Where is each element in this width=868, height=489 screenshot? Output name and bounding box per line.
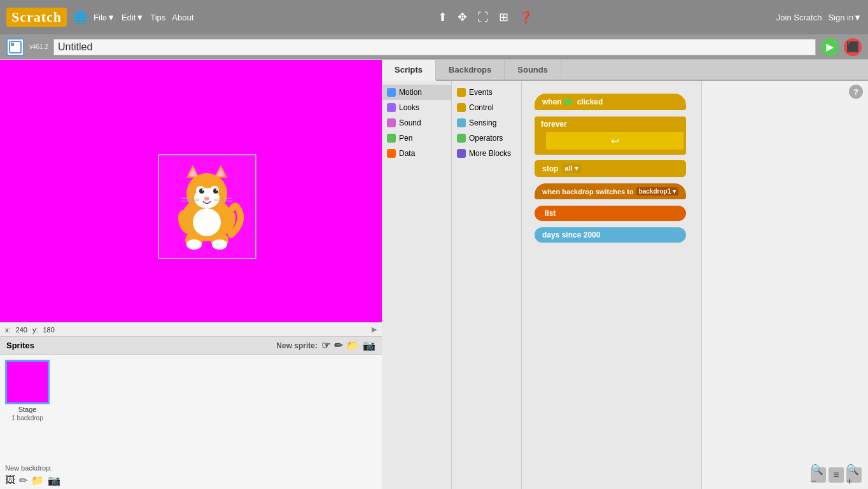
- category-data[interactable]: Data: [382, 146, 451, 161]
- forever-label: forever: [541, 120, 567, 129]
- project-title-input[interactable]: [53, 39, 816, 55]
- pen-dot: [387, 134, 396, 143]
- operators-label: Operators: [469, 134, 503, 143]
- blocks-content: Motion Looks Sound Pen: [382, 81, 868, 489]
- backdrop-paint-icon[interactable]: 🖼: [5, 474, 15, 486]
- category-events[interactable]: Events: [452, 85, 521, 100]
- zoom-fit-button[interactable]: ≡: [829, 467, 844, 483]
- globe-icon[interactable]: 🌐: [73, 10, 87, 24]
- y-label: y:: [32, 326, 38, 334]
- data-label: Data: [399, 149, 415, 158]
- new-backdrop-area: New backdrop: 🖼 ✏ 📁 📷: [0, 462, 382, 489]
- svg-point-25: [186, 239, 202, 250]
- days-since-text: days since 2000: [542, 230, 600, 239]
- sound-dot: [387, 118, 396, 127]
- forever-arrow-icon: ↩: [611, 135, 619, 147]
- sprites-panel: Sprites New sprite: ☞ ✏ 📁 📷 Stage 1 back…: [0, 336, 382, 489]
- join-scratch-button[interactable]: Join Scratch: [776, 13, 822, 22]
- svg-point-15: [204, 197, 209, 201]
- data-dot: [387, 149, 396, 158]
- project-icon[interactable]: [6, 38, 24, 56]
- category-more-blocks[interactable]: More Blocks: [452, 146, 521, 161]
- about-button[interactable]: About: [172, 13, 193, 22]
- tips-button[interactable]: Tips: [150, 13, 165, 22]
- code-area[interactable]: ? 🔍− ≡ 🔍+: [701, 81, 869, 489]
- stop-text: stop: [542, 164, 558, 173]
- green-flag-icon: [565, 97, 574, 106]
- forever-block[interactable]: forever ↩: [535, 117, 686, 155]
- category-looks[interactable]: Looks: [382, 100, 451, 115]
- help-button[interactable]: ?: [849, 85, 863, 99]
- tab-sounds[interactable]: Sounds: [505, 60, 561, 80]
- motion-dot: [387, 88, 396, 97]
- new-backdrop-label: New backdrop:: [5, 464, 377, 472]
- list-text: list: [545, 209, 556, 218]
- embed-icon[interactable]: ⊞: [499, 10, 508, 24]
- file-menu[interactable]: File▼: [94, 13, 115, 22]
- backdrop-file-icon[interactable]: 📁: [31, 474, 44, 486]
- tab-backdrops[interactable]: Backdrops: [436, 60, 505, 80]
- zoom-out-button[interactable]: 🔍−: [811, 467, 826, 483]
- x-value: 240: [16, 326, 27, 334]
- looks-dot: [387, 103, 396, 112]
- scroll-arrow[interactable]: ▶: [372, 325, 377, 334]
- stage-thumbnail[interactable]: [5, 360, 50, 404]
- category-pen[interactable]: Pen: [382, 131, 451, 146]
- category-control[interactable]: Control: [452, 100, 521, 115]
- new-sprite-camera-icon[interactable]: 📷: [363, 339, 375, 351]
- new-sprite-file-icon[interactable]: 📁: [346, 339, 359, 351]
- zoom-in-button[interactable]: 🔍+: [846, 467, 862, 483]
- sign-in-button[interactable]: Sign in▼: [828, 13, 862, 22]
- list-block[interactable]: list: [535, 206, 686, 221]
- upload-icon[interactable]: ⬆: [438, 10, 447, 24]
- more-blocks-dot: [457, 149, 466, 158]
- sprites-label: Sprites: [6, 341, 34, 350]
- operators-dot: [457, 134, 466, 143]
- backdrop-pencil-icon[interactable]: ✏: [19, 474, 27, 486]
- categories-panel: Motion Looks Sound Pen: [382, 81, 452, 489]
- stop-dropdown[interactable]: all ▾: [562, 164, 580, 173]
- svg-point-13: [202, 189, 204, 191]
- clicked-text: clicked: [577, 97, 603, 106]
- motion-label: Motion: [399, 88, 422, 97]
- forever-top: forever: [535, 117, 686, 132]
- pen-label: Pen: [399, 134, 412, 143]
- when-text: when: [542, 97, 562, 106]
- days-since-block[interactable]: days since 2000: [535, 227, 686, 243]
- new-sprite-label: New sprite:: [276, 341, 318, 350]
- blocks-palette: Events Control Sensing Operators More Bl…: [452, 81, 522, 489]
- looks-label: Looks: [399, 103, 419, 112]
- red-stop-button[interactable]: ⬛: [844, 38, 862, 56]
- help-icon[interactable]: ❓: [519, 10, 533, 24]
- title-bar: v461.2 ▶ ⬛: [0, 34, 868, 60]
- zoom-controls: 🔍− ≡ 🔍+: [811, 467, 862, 483]
- new-sprite-cursor-icon[interactable]: ☞: [321, 339, 330, 351]
- new-sprite-paint-icon[interactable]: ✏: [334, 339, 342, 351]
- when-flag-clicked-block[interactable]: when clicked: [535, 94, 686, 110]
- when-backdrop-block[interactable]: when backdrop switches to backdrop1 ▾: [535, 183, 686, 199]
- workspace-blocks[interactable]: when clicked forever ↩: [522, 81, 701, 489]
- stage-sublabel: 1 backdrop: [11, 415, 43, 422]
- sprites-list: Stage 1 backdrop: [0, 355, 382, 462]
- stage-thumbnail-wrapper[interactable]: Stage 1 backdrop: [5, 360, 50, 457]
- sensing-label: Sensing: [469, 118, 496, 127]
- category-sensing[interactable]: Sensing: [452, 115, 521, 131]
- backdrop-camera-icon[interactable]: 📷: [48, 474, 60, 486]
- move-icon[interactable]: ✥: [458, 10, 467, 24]
- tab-scripts[interactable]: Scripts: [382, 60, 436, 81]
- blocks-stack: when clicked forever ↩: [535, 94, 686, 244]
- backdrop-dropdown[interactable]: backdrop1 ▾: [636, 187, 678, 195]
- cat-sprite[interactable]: [162, 159, 251, 254]
- stop-block[interactable]: stop all ▾: [535, 160, 686, 177]
- stage[interactable]: [0, 60, 382, 322]
- green-flag-button[interactable]: ▶: [821, 38, 839, 56]
- category-operators[interactable]: Operators: [452, 131, 521, 146]
- topbar: Scratch 🌐 File▼ Edit▼ Tips About ⬆ ✥ ⛶ ⊞…: [0, 0, 868, 34]
- fullscreen-icon[interactable]: ⛶: [477, 11, 489, 24]
- sensing-dot: [457, 118, 466, 127]
- category-sound[interactable]: Sound: [382, 115, 451, 131]
- edit-menu[interactable]: Edit▼: [122, 13, 144, 22]
- category-motion[interactable]: Motion: [382, 85, 451, 100]
- more-blocks-label: More Blocks: [469, 149, 511, 158]
- logo: Scratch: [6, 8, 67, 27]
